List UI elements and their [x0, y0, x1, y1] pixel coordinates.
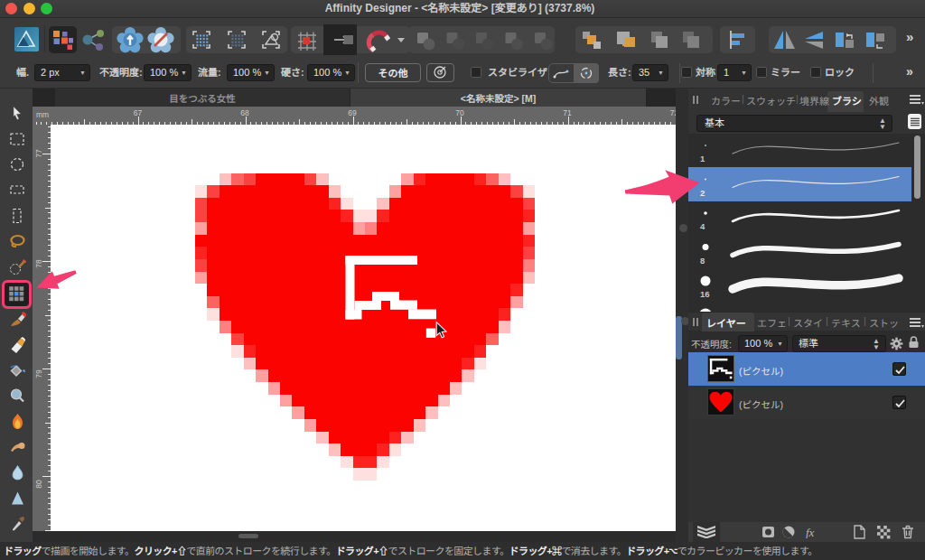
svg-text:fx: fx [806, 526, 815, 538]
